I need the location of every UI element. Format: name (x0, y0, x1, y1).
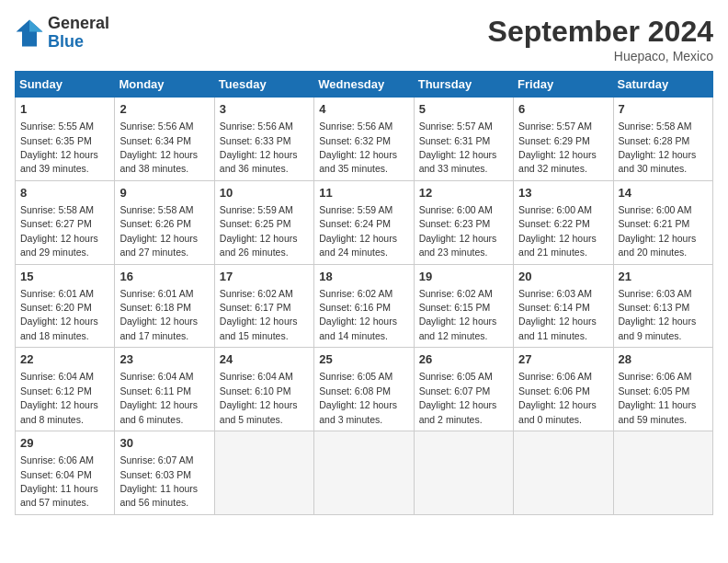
day-info-5: Sunrise: 5:57 AMSunset: 6:31 PMDaylight:… (419, 121, 497, 174)
day-number-8: 8 (20, 185, 109, 201)
header-monday: Monday (115, 72, 214, 98)
day-number-14: 14 (619, 185, 708, 201)
day-number-11: 11 (319, 185, 408, 201)
day-info-18: Sunrise: 6:02 AMSunset: 6:16 PMDaylight:… (319, 288, 397, 341)
day-info-1: Sunrise: 5:55 AMSunset: 6:35 PMDaylight:… (20, 121, 98, 174)
day-number-18: 18 (319, 269, 408, 285)
calendar-cell-empty (514, 431, 613, 515)
logo-icon (15, 18, 44, 48)
day-info-3: Sunrise: 5:56 AMSunset: 6:33 PMDaylight:… (220, 121, 298, 174)
calendar-cell-17: 17 Sunrise: 6:02 AMSunset: 6:17 PMDaylig… (214, 264, 313, 348)
day-info-16: Sunrise: 6:01 AMSunset: 6:18 PMDaylight:… (119, 288, 198, 341)
day-info-14: Sunrise: 6:00 AMSunset: 6:21 PMDaylight:… (619, 204, 697, 258)
day-info-17: Sunrise: 6:02 AMSunset: 6:17 PMDaylight:… (220, 288, 298, 341)
calendar-cell-28: 28 Sunrise: 6:06 AMSunset: 6:05 PMDaylig… (613, 348, 712, 431)
calendar-cell-8: 8 Sunrise: 5:58 AMSunset: 6:27 PMDayligh… (16, 180, 115, 264)
header-friday: Friday (514, 72, 613, 98)
calendar-cell-10: 10 Sunrise: 5:59 AMSunset: 6:25 PMDaylig… (214, 180, 313, 264)
calendar-cell-14: 14 Sunrise: 6:00 AMSunset: 6:21 PMDaylig… (613, 180, 712, 264)
header-wednesday: Wednesday (314, 72, 414, 98)
day-number-17: 17 (220, 269, 309, 285)
header-sunday: Sunday (16, 72, 115, 98)
day-info-26: Sunrise: 6:05 AMSunset: 6:07 PMDaylight:… (419, 371, 497, 424)
logo-blue: Blue (48, 32, 84, 51)
day-info-10: Sunrise: 5:59 AMSunset: 6:25 PMDaylight:… (220, 204, 298, 258)
day-number-3: 3 (220, 101, 309, 118)
day-info-24: Sunrise: 6:04 AMSunset: 6:10 PMDaylight:… (220, 371, 298, 424)
calendar-subtitle: Huepaco, Mexico (488, 49, 713, 63)
day-number-16: 16 (119, 269, 209, 285)
day-info-12: Sunrise: 6:00 AMSunset: 6:23 PMDaylight:… (419, 204, 497, 258)
calendar-cell-1: 1 Sunrise: 5:55 AMSunset: 6:35 PMDayligh… (16, 98, 115, 181)
calendar-week-3: 15 Sunrise: 6:01 AMSunset: 6:20 PMDaylig… (16, 264, 713, 348)
day-number-15: 15 (20, 269, 109, 285)
header-saturday: Saturday (613, 72, 712, 98)
day-number-6: 6 (518, 101, 608, 118)
calendar-cell-21: 21 Sunrise: 6:03 AMSunset: 6:13 PMDaylig… (613, 264, 712, 348)
day-info-21: Sunrise: 6:03 AMSunset: 6:13 PMDaylight:… (619, 288, 697, 341)
logo-text: General Blue (48, 15, 109, 52)
weekday-header-row: Sunday Monday Tuesday Wednesday Thursday… (16, 72, 713, 98)
day-number-7: 7 (619, 101, 708, 118)
logo: General Blue (15, 15, 109, 52)
day-info-7: Sunrise: 5:58 AMSunset: 6:28 PMDaylight:… (619, 121, 697, 174)
day-number-21: 21 (619, 269, 708, 285)
day-info-23: Sunrise: 6:04 AMSunset: 6:11 PMDaylight:… (119, 371, 198, 424)
day-info-25: Sunrise: 6:05 AMSunset: 6:08 PMDaylight:… (319, 371, 397, 424)
day-number-26: 26 (419, 351, 508, 368)
calendar-cell-18: 18 Sunrise: 6:02 AMSunset: 6:16 PMDaylig… (314, 264, 414, 348)
day-info-13: Sunrise: 6:00 AMSunset: 6:22 PMDaylight:… (518, 204, 597, 258)
calendar-cell-6: 6 Sunrise: 5:57 AMSunset: 6:29 PMDayligh… (514, 98, 613, 181)
calendar-cell-15: 15 Sunrise: 6:01 AMSunset: 6:20 PMDaylig… (16, 264, 115, 348)
day-number-30: 30 (119, 435, 209, 452)
header-thursday: Thursday (414, 72, 513, 98)
day-number-24: 24 (220, 351, 309, 368)
calendar-cell-5: 5 Sunrise: 5:57 AMSunset: 6:31 PMDayligh… (414, 98, 513, 181)
day-number-4: 4 (319, 101, 408, 118)
calendar-week-5: 29 Sunrise: 6:06 AMSunset: 6:04 PMDaylig… (16, 431, 713, 515)
day-info-30: Sunrise: 6:07 AMSunset: 6:03 PMDaylight:… (119, 454, 198, 508)
calendar-week-4: 22 Sunrise: 6:04 AMSunset: 6:12 PMDaylig… (16, 348, 713, 431)
day-info-4: Sunrise: 5:56 AMSunset: 6:32 PMDaylight:… (319, 121, 397, 174)
day-number-12: 12 (419, 185, 508, 201)
calendar-cell-29: 29 Sunrise: 6:06 AMSunset: 6:04 PMDaylig… (16, 431, 115, 515)
day-number-22: 22 (20, 351, 109, 368)
calendar-cell-22: 22 Sunrise: 6:04 AMSunset: 6:12 PMDaylig… (16, 348, 115, 431)
header-tuesday: Tuesday (214, 72, 313, 98)
calendar-cell-3: 3 Sunrise: 5:56 AMSunset: 6:33 PMDayligh… (214, 98, 313, 181)
day-number-27: 27 (518, 351, 608, 368)
day-number-5: 5 (419, 101, 508, 118)
calendar-cell-empty (314, 431, 414, 515)
calendar-week-1: 1 Sunrise: 5:55 AMSunset: 6:35 PMDayligh… (16, 98, 713, 181)
day-info-19: Sunrise: 6:02 AMSunset: 6:15 PMDaylight:… (419, 288, 497, 341)
day-number-25: 25 (319, 351, 408, 368)
svg-marker-1 (29, 19, 42, 31)
day-info-2: Sunrise: 5:56 AMSunset: 6:34 PMDaylight:… (119, 121, 198, 174)
day-number-1: 1 (20, 101, 109, 118)
calendar-cell-11: 11 Sunrise: 5:59 AMSunset: 6:24 PMDaylig… (314, 180, 414, 264)
calendar-cell-16: 16 Sunrise: 6:01 AMSunset: 6:18 PMDaylig… (115, 264, 214, 348)
calendar-cell-23: 23 Sunrise: 6:04 AMSunset: 6:11 PMDaylig… (115, 348, 214, 431)
day-number-23: 23 (119, 351, 209, 368)
day-number-20: 20 (518, 269, 608, 285)
day-info-27: Sunrise: 6:06 AMSunset: 6:06 PMDaylight:… (518, 371, 597, 424)
calendar-cell-20: 20 Sunrise: 6:03 AMSunset: 6:14 PMDaylig… (514, 264, 613, 348)
calendar-week-2: 8 Sunrise: 5:58 AMSunset: 6:27 PMDayligh… (16, 180, 713, 264)
day-number-28: 28 (619, 351, 708, 368)
logo-general: General (48, 14, 109, 32)
day-info-22: Sunrise: 6:04 AMSunset: 6:12 PMDaylight:… (20, 371, 98, 424)
calendar-table: Sunday Monday Tuesday Wednesday Thursday… (15, 71, 713, 515)
day-number-2: 2 (119, 101, 209, 118)
day-number-29: 29 (20, 435, 109, 452)
day-number-10: 10 (220, 185, 309, 201)
day-info-9: Sunrise: 5:58 AMSunset: 6:26 PMDaylight:… (119, 204, 198, 258)
calendar-cell-2: 2 Sunrise: 5:56 AMSunset: 6:34 PMDayligh… (115, 98, 214, 181)
calendar-cell-empty (414, 431, 513, 515)
day-info-15: Sunrise: 6:01 AMSunset: 6:20 PMDaylight:… (20, 288, 98, 341)
calendar-cell-13: 13 Sunrise: 6:00 AMSunset: 6:22 PMDaylig… (514, 180, 613, 264)
page-header: General Blue September 2024 Huepaco, Mex… (15, 15, 713, 63)
calendar-cell-27: 27 Sunrise: 6:06 AMSunset: 6:06 PMDaylig… (514, 348, 613, 431)
day-info-11: Sunrise: 5:59 AMSunset: 6:24 PMDaylight:… (319, 204, 397, 258)
title-block: September 2024 Huepaco, Mexico (488, 15, 713, 63)
calendar-cell-19: 19 Sunrise: 6:02 AMSunset: 6:15 PMDaylig… (414, 264, 513, 348)
